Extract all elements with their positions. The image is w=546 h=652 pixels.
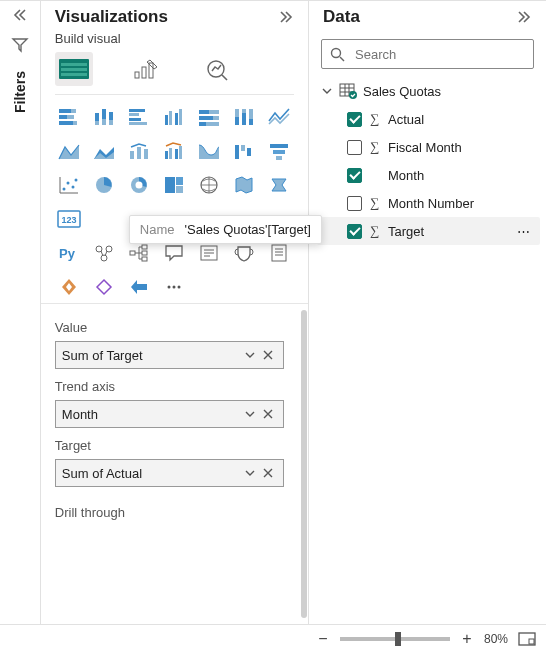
svg-rect-18	[109, 112, 113, 120]
svg-rect-21	[129, 113, 139, 116]
chevron-down-icon[interactable]	[241, 408, 259, 420]
field-checkbox[interactable]	[347, 224, 362, 239]
field-row[interactable]: Month	[317, 161, 540, 189]
collapse-filters-icon[interactable]	[10, 5, 30, 25]
remove-field-icon[interactable]	[259, 408, 277, 420]
svg-point-96	[349, 91, 357, 99]
viz-panel-subtitle: Build visual	[41, 29, 308, 52]
key-influencers-icon[interactable]	[90, 241, 118, 265]
tooltip-value: 'Sales Quotas'[Target]	[185, 222, 311, 237]
waterfall-icon[interactable]	[230, 139, 258, 163]
svg-point-86	[167, 286, 170, 289]
table-name: Sales Quotas	[363, 84, 441, 99]
zoom-level: 80%	[484, 632, 508, 646]
svg-rect-42	[144, 149, 148, 159]
field-row[interactable]: ∑Fiscal Month	[317, 133, 540, 161]
field-checkbox[interactable]	[347, 168, 362, 183]
sigma-icon: ∑	[368, 223, 382, 239]
svg-rect-46	[179, 146, 182, 159]
chevron-down-icon	[321, 85, 333, 97]
trend-well[interactable]: Month	[55, 400, 284, 428]
map-icon[interactable]	[195, 173, 223, 197]
filters-title: Filters	[12, 71, 28, 113]
field-row[interactable]: ∑Actual	[317, 105, 540, 133]
get-more-visuals-icon[interactable]	[125, 275, 153, 299]
svg-rect-82	[272, 245, 286, 261]
power-apps-icon[interactable]	[55, 275, 83, 299]
power-automate-icon[interactable]	[90, 275, 118, 299]
stacked-area-icon[interactable]	[90, 139, 118, 163]
target-well[interactable]: Sum of Actual	[55, 459, 284, 487]
svg-rect-2	[61, 68, 87, 71]
field-checkbox[interactable]	[347, 196, 362, 211]
field-checkbox[interactable]	[347, 112, 362, 127]
analytics-tab[interactable]	[199, 52, 237, 86]
paginated-report-icon[interactable]	[265, 241, 293, 265]
data-panel-title: Data	[323, 7, 360, 27]
clustered-bar-icon[interactable]	[125, 105, 153, 129]
remove-field-icon[interactable]	[259, 349, 277, 361]
svg-rect-63	[176, 177, 183, 185]
svg-rect-44	[169, 148, 172, 159]
svg-rect-29	[199, 110, 209, 114]
area-chart-icon[interactable]	[55, 139, 83, 163]
svg-point-89	[332, 48, 341, 57]
zoom-slider[interactable]	[340, 637, 450, 641]
svg-rect-8	[59, 109, 71, 113]
clustered-column-icon[interactable]	[160, 105, 188, 129]
card-icon[interactable]: 123	[55, 207, 83, 231]
fit-to-page-icon[interactable]	[518, 632, 536, 646]
svg-rect-77	[142, 257, 147, 261]
remove-field-icon[interactable]	[259, 467, 277, 479]
search-input[interactable]	[321, 39, 534, 69]
field-row[interactable]: ∑Month Number	[317, 189, 540, 217]
treemap-icon[interactable]	[160, 173, 188, 197]
goals-icon[interactable]	[230, 241, 258, 265]
ribbon-chart-icon[interactable]	[195, 139, 223, 163]
funnel-chart-icon[interactable]	[265, 139, 293, 163]
chevron-down-icon[interactable]	[241, 467, 259, 479]
qna-icon[interactable]	[160, 241, 188, 265]
hundred-stacked-column-icon[interactable]	[230, 105, 258, 129]
svg-rect-25	[169, 111, 172, 125]
svg-rect-12	[59, 121, 73, 125]
zoom-in-button[interactable]: +	[460, 631, 474, 647]
svg-rect-27	[179, 109, 182, 125]
svg-rect-15	[95, 121, 99, 125]
svg-point-87	[172, 286, 175, 289]
filled-map-icon[interactable]	[230, 173, 258, 197]
expand-viz-icon[interactable]	[276, 7, 296, 27]
more-options-icon[interactable]	[160, 275, 188, 299]
funnel-icon[interactable]	[10, 35, 30, 55]
line-stacked-column-icon[interactable]	[125, 139, 153, 163]
donut-icon[interactable]	[125, 173, 153, 197]
stacked-bar-icon[interactable]	[55, 105, 83, 129]
build-visual-tab[interactable]	[55, 52, 93, 86]
chevron-down-icon[interactable]	[241, 349, 259, 361]
zoom-out-button[interactable]: −	[316, 631, 330, 647]
field-row[interactable]: ∑Target⋯	[317, 217, 540, 245]
value-well[interactable]: Sum of Target	[55, 341, 284, 369]
svg-rect-20	[129, 109, 145, 112]
python-visual-icon[interactable]: Py	[55, 241, 83, 265]
field-checkbox[interactable]	[347, 140, 362, 155]
line-chart-icon[interactable]	[265, 105, 293, 129]
decomposition-tree-icon[interactable]	[125, 241, 153, 265]
search-field[interactable]	[353, 46, 525, 63]
smart-narrative-icon[interactable]	[195, 241, 223, 265]
field-wells: Value Sum of Target Trend axis Month Tar…	[41, 303, 308, 624]
line-clustered-column-icon[interactable]	[160, 139, 188, 163]
svg-rect-24	[165, 115, 168, 125]
scatter-icon[interactable]	[55, 173, 83, 197]
format-visual-tab[interactable]	[127, 52, 165, 86]
stacked-column-icon[interactable]	[90, 105, 118, 129]
svg-rect-9	[71, 109, 76, 113]
table-row[interactable]: Sales Quotas	[317, 77, 540, 105]
azure-map-icon[interactable]	[265, 173, 293, 197]
field-more-icon[interactable]: ⋯	[517, 224, 532, 239]
svg-rect-40	[130, 151, 134, 159]
hundred-stacked-bar-icon[interactable]	[195, 105, 223, 129]
drill-through-label: Drill through	[55, 505, 294, 520]
expand-data-icon[interactable]	[514, 7, 534, 27]
pie-icon[interactable]	[90, 173, 118, 197]
